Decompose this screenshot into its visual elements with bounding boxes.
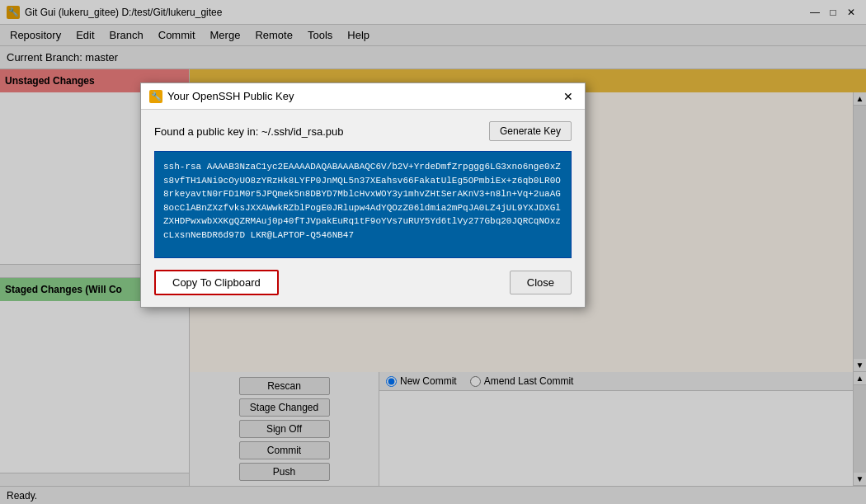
modal-close-x-button[interactable]: ✕ [560,88,577,105]
ssh-key-modal: 🔧 Your OpenSSH Public Key ✕ Found a publ… [140,82,586,308]
modal-title-bar: 🔧 Your OpenSSH Public Key ✕ [141,83,585,110]
modal-title-left: 🔧 Your OpenSSH Public Key [149,90,294,103]
found-key-text: Found a public key in: ~/.ssh/id_rsa.pub [154,125,343,138]
copy-to-clipboard-button[interactable]: Copy To Clipboard [154,270,279,295]
modal-body: Found a public key in: ~/.ssh/id_rsa.pub… [141,110,585,307]
modal-close-button[interactable]: Close [510,271,572,294]
modal-app-icon: 🔧 [149,90,162,103]
modal-title-text: Your OpenSSH Public Key [167,90,294,102]
generate-key-button[interactable]: Generate Key [489,121,572,141]
modal-footer: Copy To Clipboard Close [154,270,572,295]
ssh-key-display[interactable]: ssh-rsa AAAAB3NzaC1yc2EAAAADAQABAAABAQC6… [154,151,572,258]
modal-overlay: 🔧 Your OpenSSH Public Key ✕ Found a publ… [0,0,866,504]
modal-found-row: Found a public key in: ~/.ssh/id_rsa.pub… [154,121,572,141]
